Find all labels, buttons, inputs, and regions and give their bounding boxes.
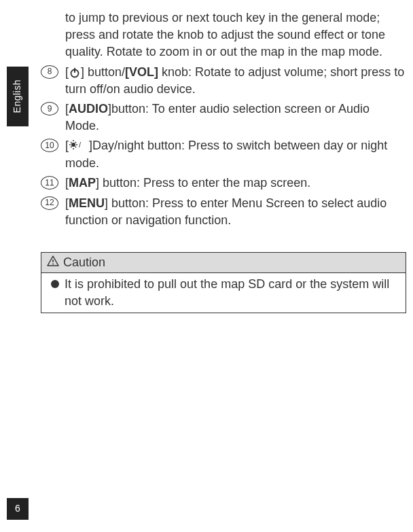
svg-line-10 xyxy=(75,142,77,143)
caution-header: Caution xyxy=(41,253,406,273)
list-item: 11 [MAP] button: Press to enter the map … xyxy=(41,175,406,192)
power-icon xyxy=(69,67,80,78)
item-marker: 9 xyxy=(41,102,58,116)
language-label: English xyxy=(11,79,24,113)
svg-point-13 xyxy=(52,263,54,264)
item-marker: 12 xyxy=(41,196,58,210)
svg-point-2 xyxy=(71,143,75,147)
item-text: [MENU] button: Press to enter Menu Scree… xyxy=(65,195,406,229)
warning-icon xyxy=(47,254,59,271)
list-item: 10 [/]Day/night button: Press to switch … xyxy=(41,137,406,172)
language-tab: English xyxy=(7,67,29,126)
bullet-icon xyxy=(51,280,59,288)
caution-body: It is prohibited to pull out the map SD … xyxy=(41,273,406,313)
continuation-text: to jump to previous or next touch key in… xyxy=(41,10,406,61)
page-number: 6 xyxy=(7,498,29,520)
caution-label: Caution xyxy=(63,254,105,271)
list-item: 8 [] button/[VOL] knob: Rotate to adjust… xyxy=(41,64,406,98)
svg-text:/: / xyxy=(79,141,82,149)
caution-text: It is prohibited to pull out the map SD … xyxy=(65,276,400,310)
item-marker: 8 xyxy=(41,65,58,79)
item-text: [/]Day/night button: Press to switch bet… xyxy=(65,137,406,172)
item-text: [AUDIO]button: To enter audio selection … xyxy=(65,101,406,135)
list-item: 9 [AUDIO]button: To enter audio selectio… xyxy=(41,101,406,135)
item-text: [MAP] button: Press to enter the map scr… xyxy=(65,175,406,192)
content-area: to jump to previous or next touch key in… xyxy=(0,0,413,229)
list-item: 12 [MENU] button: Press to enter Menu Sc… xyxy=(41,195,406,229)
item-text: [] button/[VOL] knob: Rotate to adjust v… xyxy=(65,64,406,98)
svg-line-7 xyxy=(71,142,72,143)
svg-line-9 xyxy=(71,146,72,147)
item-marker: 10 xyxy=(41,139,58,152)
daynight-icon: / xyxy=(69,138,88,155)
svg-line-8 xyxy=(75,146,77,147)
caution-box: Caution It is prohibited to pull out the… xyxy=(41,252,406,314)
item-marker: 11 xyxy=(41,176,58,190)
